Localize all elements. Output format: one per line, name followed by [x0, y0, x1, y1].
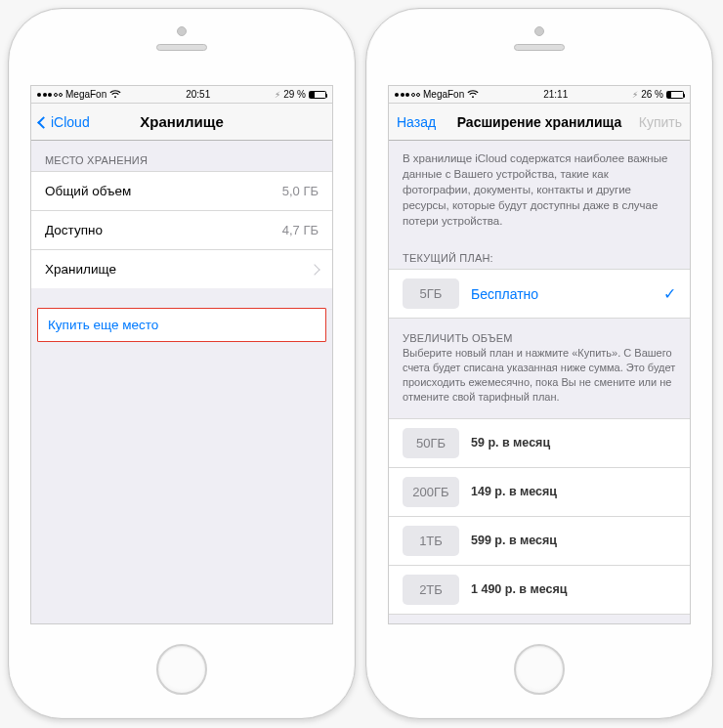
buy-more-label: Купить еще место: [48, 318, 158, 332]
plan-row[interactable]: 2ТБ1 490 р. в месяц: [389, 565, 690, 615]
status-time: 20:51: [186, 89, 210, 100]
speaker: [514, 44, 565, 51]
plan-row[interactable]: 1ТБ599 р. в месяц: [389, 516, 690, 565]
plan-row[interactable]: 50ГБ59 р. в месяц: [389, 418, 690, 467]
phone-top: [9, 9, 355, 85]
buy-more-storage-button[interactable]: Купить еще место: [37, 308, 326, 342]
group-header-storage: МЕСТО ХРАНЕНИЯ: [31, 141, 332, 171]
wifi-icon: [467, 90, 479, 99]
chevron-right-icon: [309, 264, 319, 275]
signal-dots-icon: [37, 93, 63, 97]
nav-title: Хранилище: [140, 113, 224, 130]
battery-percent: 29 %: [283, 89, 306, 100]
content: МЕСТО ХРАНЕНИЯ Общий объем 5,0 ГБ Доступ…: [31, 141, 332, 623]
bluetooth-icon: ⚡︎: [275, 90, 280, 100]
home-button[interactable]: [514, 644, 565, 695]
plan-price: 59 р. в месяц: [471, 436, 550, 450]
front-camera: [534, 26, 544, 36]
signal-dots-icon: [395, 93, 420, 97]
screen-right: MegaFon 21:11 ⚡︎ 26 % Назад Расширение х…: [388, 85, 691, 624]
speaker: [156, 44, 207, 51]
plan-price: 1 490 р. в месяц: [471, 582, 567, 596]
plan-price: Бесплатно: [471, 286, 538, 302]
plan-size-badge: 5ГБ: [403, 278, 459, 309]
row-avail-label: Доступно: [45, 223, 103, 237]
intro-text: В хранилище iCloud содержатся наиболее в…: [389, 141, 690, 238]
wifi-icon: [109, 90, 121, 99]
bluetooth-icon: ⚡︎: [632, 90, 638, 100]
row-avail-value: 4,7 ГБ: [282, 223, 319, 237]
carrier-label: MegaFon: [423, 89, 464, 100]
plan-price: 149 р. в месяц: [471, 485, 557, 498]
nav-back-button[interactable]: iCloud: [31, 104, 98, 140]
carrier-label: MegaFon: [65, 89, 106, 100]
plan-size-badge: 200ГБ: [403, 477, 459, 507]
status-bar: MegaFon 20:51 ⚡︎ 29 %: [31, 86, 332, 104]
status-bar: MegaFon 21:11 ⚡︎ 26 %: [389, 86, 690, 104]
row-available: Доступно 4,7 ГБ: [31, 210, 332, 249]
plan-price: 599 р. в месяц: [471, 534, 557, 547]
header-current-plan: ТЕКУЩИЙ ПЛАН:: [389, 238, 690, 269]
iphone-device-left: MegaFon 20:51 ⚡︎ 29 % iCloud Хранилище М…: [8, 8, 356, 719]
plan-size-badge: 1ТБ: [403, 526, 459, 556]
battery-percent: 26 %: [641, 89, 663, 100]
plans-list: 50ГБ59 р. в месяц200ГБ149 р. в месяц1ТБ5…: [389, 418, 690, 615]
upgrade-desc: Выберите новый план и нажмите «Купить». …: [389, 346, 690, 417]
plan-size-badge: 2ТБ: [403, 575, 459, 605]
battery-icon: [666, 91, 684, 99]
header-upgrade: УВЕЛИЧИТЬ ОБЪЕМ: [389, 319, 690, 346]
nav-back-button[interactable]: Назад: [389, 104, 444, 140]
nav-title: Расширение хранилища: [457, 114, 622, 130]
home-button[interactable]: [156, 644, 207, 695]
row-total-label: Общий объем: [45, 184, 131, 198]
chevron-left-icon: [37, 116, 50, 129]
row-total-value: 5,0 ГБ: [282, 184, 319, 198]
check-icon: ✓: [663, 284, 676, 303]
phone-top: [366, 9, 712, 85]
battery-icon: [309, 91, 326, 99]
row-manage-storage[interactable]: Хранилище: [31, 249, 332, 288]
plan-size-badge: 50ГБ: [403, 428, 459, 458]
price-footnote: Все цены указаны с учетом НДС: [389, 615, 690, 623]
nav-buy-label: Купить: [639, 114, 682, 130]
content[interactable]: В хранилище iCloud содержатся наиболее в…: [389, 141, 690, 623]
nav-back-label: iCloud: [51, 114, 90, 130]
iphone-device-right: MegaFon 21:11 ⚡︎ 26 % Назад Расширение х…: [365, 8, 713, 719]
nav-bar: Назад Расширение хранилища Купить: [389, 104, 690, 141]
plan-row-current[interactable]: 5ГБ Бесплатно ✓: [389, 269, 690, 319]
screen-left: MegaFon 20:51 ⚡︎ 29 % iCloud Хранилище М…: [30, 85, 333, 624]
nav-back-label: Назад: [397, 114, 436, 130]
front-camera: [177, 26, 187, 36]
nav-buy-button[interactable]: Купить: [631, 104, 690, 140]
status-time: 21:11: [543, 89, 568, 100]
row-total: Общий объем 5,0 ГБ: [31, 171, 332, 210]
row-storage-label: Хранилище: [45, 262, 116, 277]
nav-bar: iCloud Хранилище: [31, 104, 332, 141]
plan-row[interactable]: 200ГБ149 р. в месяц: [389, 467, 690, 516]
